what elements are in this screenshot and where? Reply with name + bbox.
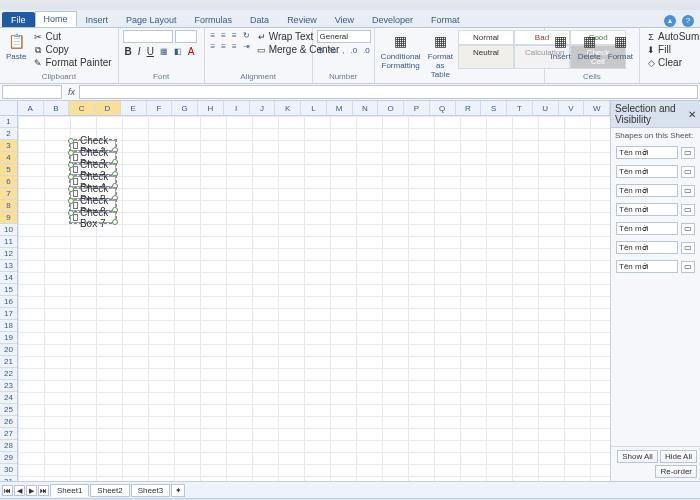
shape-name-field[interactable]: Tên mới [616,146,678,159]
border-button[interactable]: ▦ [158,46,170,57]
select-all-corner[interactable] [0,101,18,115]
orientation-button[interactable]: ↻ [241,30,252,41]
currency-button[interactable]: $ [317,45,325,56]
row-header[interactable]: 6 [0,176,17,188]
column-header[interactable]: Q [430,101,456,115]
fill-button[interactable]: ⬇Fill [644,43,700,56]
style-normal[interactable]: Normal [458,30,514,45]
pane-shape-item[interactable]: Tên mới▭ [611,181,700,200]
pane-shape-item[interactable]: Tên mới▭ [611,238,700,257]
sheet-tab-1[interactable]: Sheet1 [50,484,89,497]
bold-button[interactable]: B [123,45,134,58]
column-header[interactable]: G [172,101,198,115]
hide-all-button[interactable]: Hide All [660,450,697,463]
column-header[interactable]: J [250,101,276,115]
number-format-select[interactable]: General [317,30,371,43]
pane-shape-item[interactable]: Tên mới▭ [611,143,700,162]
format-painter-button[interactable]: ✎Format Painter [31,56,113,69]
visibility-toggle[interactable]: ▭ [681,261,695,273]
column-header[interactable]: T [507,101,533,115]
font-family-select[interactable] [123,30,173,43]
align-left-button[interactable]: ≡ [209,41,218,52]
row-header[interactable]: 9 [0,212,17,224]
column-header[interactable]: P [404,101,430,115]
fx-icon[interactable]: fx [64,87,79,97]
tab-developer[interactable]: Developer [363,12,422,27]
tab-view[interactable]: View [326,12,363,27]
format-cells-button[interactable]: ▦Format [606,30,635,62]
pane-close-icon[interactable]: ✕ [688,109,696,120]
column-header[interactable]: L [301,101,327,115]
tab-review[interactable]: Review [278,12,326,27]
name-box[interactable] [2,85,62,99]
percent-button[interactable]: % [327,45,338,56]
row-header[interactable]: 20 [0,344,17,356]
font-color-button[interactable]: A [186,45,197,58]
row-header[interactable]: 29 [0,452,17,464]
column-header[interactable]: C [69,101,95,115]
new-sheet-button[interactable]: ✦ [171,484,185,497]
align-bottom-button[interactable]: ≡ [230,30,239,41]
row-header[interactable]: 23 [0,380,17,392]
row-header[interactable]: 4 [0,152,17,164]
visibility-toggle[interactable]: ▭ [681,242,695,254]
row-header[interactable]: 8 [0,200,17,212]
reorder-button[interactable]: Re-order [655,465,697,478]
underline-button[interactable]: U [145,45,156,58]
pane-shape-item[interactable]: Tên mới▭ [611,200,700,219]
indent-button[interactable]: ⇥ [241,41,252,52]
font-size-select[interactable] [175,30,197,43]
sheet-nav-next[interactable]: ▶ [26,485,37,496]
show-all-button[interactable]: Show All [617,450,658,463]
sheet-nav-last[interactable]: ⏭ [38,485,49,496]
row-header[interactable]: 1 [0,116,17,128]
row-header[interactable]: 16 [0,296,17,308]
visibility-toggle[interactable]: ▭ [681,204,695,216]
tab-insert[interactable]: Insert [77,12,118,27]
pane-shape-item[interactable]: Tên mới▭ [611,257,700,276]
tab-data[interactable]: Data [241,12,278,27]
increase-decimal-button[interactable]: .0 [348,45,359,56]
column-header[interactable]: R [456,101,482,115]
tab-file[interactable]: File [2,12,35,27]
italic-button[interactable]: I [136,45,143,58]
row-header[interactable]: 19 [0,332,17,344]
tab-formulas[interactable]: Formulas [186,12,242,27]
checkbox-shape[interactable]: Check Box 7 [70,212,116,223]
column-header[interactable]: I [224,101,250,115]
row-header[interactable]: 31 [0,476,17,481]
align-right-button[interactable]: ≡ [230,41,239,52]
column-header[interactable]: N [353,101,379,115]
help-icon[interactable]: ? [682,15,694,27]
fill-color-button[interactable]: ◧ [172,46,184,57]
row-header[interactable]: 30 [0,464,17,476]
row-header[interactable]: 15 [0,284,17,296]
row-header[interactable]: 18 [0,320,17,332]
shape-name-field[interactable]: Tên mới [616,165,678,178]
conditional-formatting-button[interactable]: ▦Conditional Formatting [379,30,423,71]
shape-name-field[interactable]: Tên mới [616,222,678,235]
style-neutral[interactable]: Neutral [458,45,514,69]
column-header[interactable]: H [198,101,224,115]
decrease-decimal-button[interactable]: .0 [361,45,372,56]
row-header[interactable]: 5 [0,164,17,176]
shape-name-field[interactable]: Tên mới [616,241,678,254]
row-header[interactable]: 13 [0,260,17,272]
delete-cells-button[interactable]: ▦Delete [576,30,603,62]
sheet-tab-2[interactable]: Sheet2 [90,484,129,497]
row-header[interactable]: 12 [0,248,17,260]
cut-button[interactable]: ✂Cut [31,30,113,43]
shape-name-field[interactable]: Tên mới [616,260,678,273]
column-header[interactable]: K [275,101,301,115]
column-header[interactable]: M [327,101,353,115]
minimize-ribbon-icon[interactable]: ▴ [664,15,676,27]
clear-button[interactable]: ◇Clear [644,56,700,69]
align-center-button[interactable]: ≡ [219,41,228,52]
row-header[interactable]: 10 [0,224,17,236]
tab-pagelayout[interactable]: Page Layout [117,12,186,27]
tab-home[interactable]: Home [35,11,77,27]
row-header[interactable]: 26 [0,416,17,428]
column-header[interactable]: A [18,101,44,115]
column-header[interactable]: D [95,101,121,115]
column-header[interactable]: O [378,101,404,115]
